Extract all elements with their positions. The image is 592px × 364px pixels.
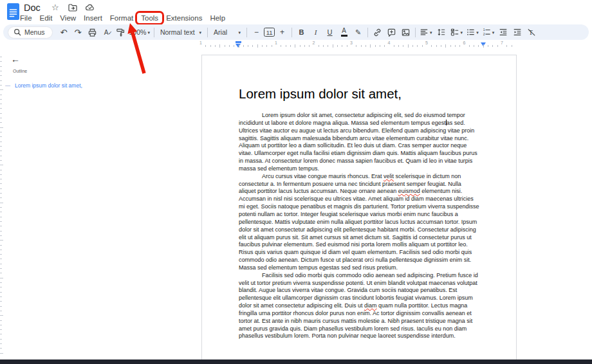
paragraph[interactable]: Lorem ipsum dolor sit amet, consectetur … bbox=[239, 112, 479, 173]
bold-button[interactable]: B bbox=[295, 26, 308, 39]
misspelled-word[interactable]: euismod bbox=[398, 188, 420, 194]
ruler-tick bbox=[431, 45, 432, 47]
ruler-tick bbox=[0, 217, 2, 217]
ruler-tick bbox=[459, 45, 460, 47]
italic-button[interactable]: I bbox=[309, 26, 322, 39]
ruler-tick bbox=[337, 45, 338, 47]
ruler-tick bbox=[248, 45, 248, 47]
ruler-tick bbox=[0, 235, 2, 236]
menu-tools[interactable]: Tools bbox=[137, 13, 162, 23]
ruler-tick bbox=[478, 45, 479, 47]
ruler-tick bbox=[0, 231, 2, 232]
ruler-tick bbox=[0, 334, 2, 334]
chevron-down-icon: ▾ bbox=[476, 30, 479, 35]
ruler-tick bbox=[210, 45, 211, 47]
ruler-tick bbox=[0, 240, 3, 241]
checklist-select[interactable]: ▾ bbox=[449, 26, 465, 39]
ruler-number: 2 bbox=[313, 41, 315, 45]
text-run[interactable]: as sed. Ultrices vitae auctor eu augue u… bbox=[239, 120, 477, 172]
ruler-tick bbox=[0, 71, 2, 71]
image-icon bbox=[401, 28, 411, 37]
close-outline-button[interactable]: ← bbox=[10, 53, 21, 65]
document-body[interactable]: Lorem ipsum dolor sit amet, consectetur … bbox=[239, 112, 479, 340]
ruler-tick bbox=[0, 183, 2, 184]
zoom-value: 100% bbox=[129, 28, 147, 36]
bulleted-list-select[interactable]: ▾ bbox=[465, 26, 480, 39]
text-color-button[interactable]: A bbox=[337, 26, 351, 39]
paragraph[interactable]: Arcu cursus vitae congue mauris rhoncus.… bbox=[239, 173, 479, 272]
paragraph-style-select[interactable]: Normal text ▾ bbox=[157, 26, 205, 39]
text-run[interactable]: Lorem ipsum dolor sit amet, consectetur … bbox=[239, 112, 465, 126]
undo-button[interactable]: ↶ bbox=[57, 26, 71, 39]
misspelled-word[interactable]: diam bbox=[364, 302, 377, 309]
ruler-tick bbox=[0, 315, 3, 316]
numbered-list-select[interactable]: 1 2 ▾ bbox=[481, 26, 496, 39]
decrease-indent-button[interactable] bbox=[496, 26, 510, 39]
chevron-down-icon: ▾ bbox=[430, 30, 432, 35]
line-spacing-button[interactable] bbox=[434, 26, 448, 39]
checklist-icon bbox=[450, 28, 459, 37]
add-comment-button[interactable] bbox=[385, 26, 398, 39]
redo-button[interactable]: ↷ bbox=[71, 26, 85, 39]
ruler-tick bbox=[0, 207, 2, 208]
document-heading[interactable]: Lorem ipsum dolor sit amet, bbox=[239, 86, 479, 102]
search-icon bbox=[14, 28, 21, 36]
menus-search-button[interactable]: Menus bbox=[8, 26, 53, 39]
ruler-tick bbox=[492, 45, 493, 47]
paint-format-button[interactable] bbox=[114, 26, 127, 39]
svg-text:2: 2 bbox=[483, 32, 485, 36]
zoom-select[interactable]: 100% ▾ bbox=[128, 26, 151, 39]
font-family-select[interactable]: Arial ▾ bbox=[210, 26, 244, 39]
undo-icon: ↶ bbox=[60, 28, 68, 37]
outline-item[interactable]: —Lorem ipsum dolor sit amet, bbox=[5, 81, 188, 90]
clear-formatting-button[interactable]: T bbox=[524, 26, 538, 39]
bulleted-list-icon bbox=[466, 28, 475, 37]
print-button[interactable] bbox=[86, 26, 99, 39]
menu-extensions[interactable]: Extensions bbox=[162, 13, 206, 23]
insert-link-button[interactable] bbox=[371, 26, 384, 39]
text-run[interactable]: elementum nisi. Accumsan in nisl nisi sc… bbox=[239, 188, 479, 270]
text-run[interactable]: Arcu cursus vitae congue mauris rhoncus.… bbox=[262, 173, 384, 179]
underline-button[interactable]: U bbox=[323, 26, 337, 39]
outline-item-label: Lorem ipsum dolor sit amet, bbox=[15, 82, 82, 89]
menu-help[interactable]: Help bbox=[206, 13, 229, 23]
increase-indent-button[interactable] bbox=[510, 26, 524, 39]
outline-items: —Lorem ipsum dolor sit amet, bbox=[5, 81, 188, 90]
paint-roller-icon bbox=[116, 28, 125, 37]
ruler-tick bbox=[398, 45, 399, 47]
move-folder-icon[interactable] bbox=[68, 3, 77, 12]
ruler-tick bbox=[441, 45, 441, 47]
ruler-tick bbox=[0, 80, 2, 81]
print-icon bbox=[88, 28, 97, 37]
cloud-saved-icon[interactable] bbox=[86, 3, 95, 12]
ruler-number: 4 bbox=[388, 41, 391, 45]
ruler-tick bbox=[0, 188, 2, 189]
insert-image-button[interactable] bbox=[399, 26, 412, 39]
increase-font-size-button[interactable]: + bbox=[275, 26, 289, 39]
document-title[interactable]: Doc bbox=[21, 3, 43, 13]
align-select[interactable]: ▾ bbox=[418, 26, 434, 39]
decrease-font-size-button[interactable]: − bbox=[250, 26, 263, 39]
menu-edit[interactable]: Edit bbox=[36, 13, 57, 23]
ruler-tick bbox=[0, 99, 2, 100]
ruler-tick bbox=[0, 108, 2, 109]
outline-item-dash: — bbox=[5, 82, 10, 89]
font-size-input[interactable]: 11 bbox=[264, 28, 275, 37]
misspelled-word[interactable]: velit bbox=[384, 173, 394, 179]
spell-check-button[interactable]: A✓ bbox=[100, 26, 113, 39]
menu-format[interactable]: Format bbox=[106, 13, 137, 23]
ruler-tick bbox=[0, 85, 2, 86]
menu-view[interactable]: View bbox=[56, 13, 80, 23]
ruler-number: 1 bbox=[199, 41, 202, 45]
ruler-tick bbox=[0, 212, 2, 212]
menubar: FileEditViewInsertFormatToolsExtensionsH… bbox=[16, 12, 229, 23]
menu-insert[interactable]: Insert bbox=[80, 13, 106, 23]
star-icon[interactable]: ☆ bbox=[51, 3, 60, 12]
paragraph[interactable]: Facilisis sed odio morbi quis commodo od… bbox=[239, 272, 479, 341]
document-page[interactable]: Lorem ipsum dolor sit amet, Lorem ipsum … bbox=[201, 55, 517, 364]
ruler-tick bbox=[205, 45, 206, 47]
first-line-indent-marker[interactable] bbox=[236, 41, 241, 43]
font-family-value: Arial bbox=[214, 28, 227, 36]
menu-file[interactable]: File bbox=[16, 13, 36, 23]
highlight-color-button[interactable]: ✎ bbox=[351, 26, 365, 39]
